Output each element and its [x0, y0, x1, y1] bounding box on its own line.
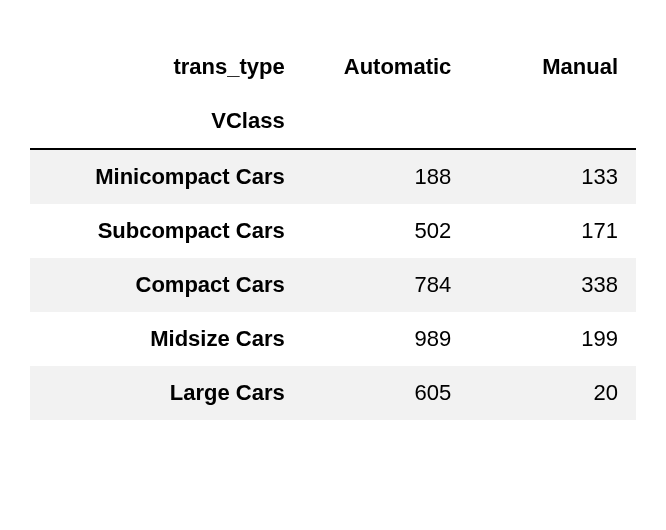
table-row: Subcompact Cars 502 171 [30, 204, 636, 258]
row-label: Midsize Cars [30, 312, 303, 366]
column-header: Automatic [303, 40, 470, 94]
cell-value: 188 [303, 149, 470, 204]
cell-value: 784 [303, 258, 470, 312]
cell-value: 338 [469, 258, 636, 312]
row-index-name: VClass [30, 94, 303, 149]
cell-value: 502 [303, 204, 470, 258]
cell-value: 199 [469, 312, 636, 366]
cell-value: 171 [469, 204, 636, 258]
table-row: Midsize Cars 989 199 [30, 312, 636, 366]
column-header-empty [469, 94, 636, 149]
row-label: Large Cars [30, 366, 303, 420]
cell-value: 20 [469, 366, 636, 420]
column-header-empty [303, 94, 470, 149]
table-header-row-1: trans_type Automatic Manual [30, 40, 636, 94]
row-label: Minicompact Cars [30, 149, 303, 204]
cell-value: 133 [469, 149, 636, 204]
column-header: Manual [469, 40, 636, 94]
table-row: Minicompact Cars 188 133 [30, 149, 636, 204]
columns-index-name: trans_type [30, 40, 303, 94]
cell-value: 989 [303, 312, 470, 366]
table-header-row-2: VClass [30, 94, 636, 149]
row-label: Compact Cars [30, 258, 303, 312]
table-row: Large Cars 605 20 [30, 366, 636, 420]
cell-value: 605 [303, 366, 470, 420]
pivot-table: trans_type Automatic Manual VClass Minic… [30, 40, 636, 420]
table-row: Compact Cars 784 338 [30, 258, 636, 312]
row-label: Subcompact Cars [30, 204, 303, 258]
